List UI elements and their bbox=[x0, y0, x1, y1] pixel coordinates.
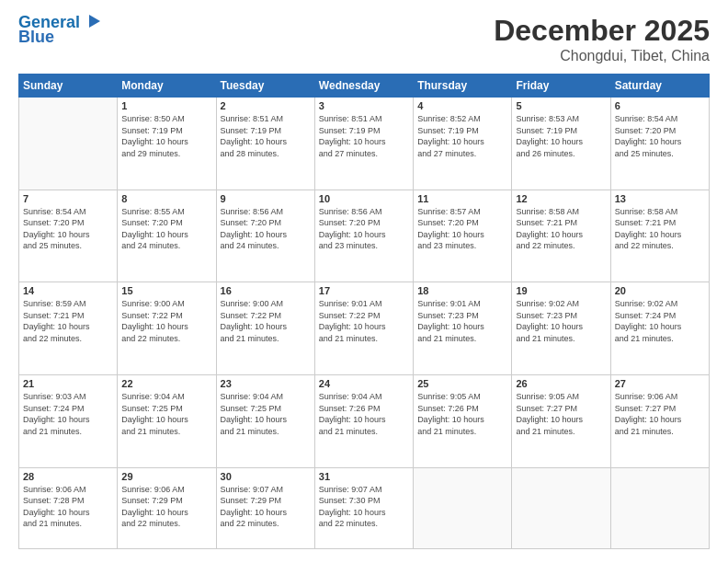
day-info: Sunrise: 9:02 AMSunset: 7:23 PMDaylight:… bbox=[516, 298, 606, 344]
day-number: 10 bbox=[319, 193, 409, 204]
table-row: 4Sunrise: 8:52 AMSunset: 7:19 PMDaylight… bbox=[414, 98, 512, 190]
table-row: 23Sunrise: 9:04 AMSunset: 7:25 PMDayligh… bbox=[216, 374, 314, 467]
location-title: Chongdui, Tibet, China bbox=[494, 48, 710, 64]
table-row: 9Sunrise: 8:56 AMSunset: 7:20 PMDaylight… bbox=[216, 190, 314, 282]
day-info: Sunrise: 9:06 AMSunset: 7:27 PMDaylight:… bbox=[615, 391, 705, 437]
day-info: Sunrise: 9:04 AMSunset: 7:25 PMDaylight:… bbox=[221, 391, 311, 437]
day-number: 14 bbox=[23, 285, 113, 296]
table-row bbox=[414, 467, 512, 548]
table-row: 5Sunrise: 8:53 AMSunset: 7:19 PMDaylight… bbox=[512, 98, 610, 190]
day-info: Sunrise: 9:01 AMSunset: 7:23 PMDaylight:… bbox=[417, 298, 507, 344]
logo-icon bbox=[82, 11, 102, 31]
table-row: 24Sunrise: 9:04 AMSunset: 7:26 PMDayligh… bbox=[314, 374, 413, 467]
day-number: 25 bbox=[417, 378, 507, 389]
table-row: 17Sunrise: 9:01 AMSunset: 7:22 PMDayligh… bbox=[314, 282, 413, 375]
day-number: 3 bbox=[319, 100, 409, 111]
svg-marker-0 bbox=[89, 15, 100, 28]
day-info: Sunrise: 8:51 AMSunset: 7:19 PMDaylight:… bbox=[221, 113, 311, 159]
day-info: Sunrise: 8:56 AMSunset: 7:20 PMDaylight:… bbox=[221, 206, 311, 252]
day-info: Sunrise: 8:54 AMSunset: 7:20 PMDaylight:… bbox=[23, 206, 113, 252]
day-info: Sunrise: 9:03 AMSunset: 7:24 PMDaylight:… bbox=[23, 391, 113, 437]
table-row: 1Sunrise: 8:50 AMSunset: 7:19 PMDaylight… bbox=[118, 98, 216, 190]
day-number: 19 bbox=[516, 285, 606, 296]
calendar-table: Sunday Monday Tuesday Wednesday Thursday… bbox=[18, 74, 710, 549]
day-number: 6 bbox=[615, 100, 705, 111]
table-row: 10Sunrise: 8:56 AMSunset: 7:20 PMDayligh… bbox=[314, 190, 413, 282]
day-info: Sunrise: 9:06 AMSunset: 7:28 PMDaylight:… bbox=[23, 484, 113, 530]
table-row: 19Sunrise: 9:02 AMSunset: 7:23 PMDayligh… bbox=[512, 282, 610, 375]
day-info: Sunrise: 8:58 AMSunset: 7:21 PMDaylight:… bbox=[516, 206, 606, 252]
table-row: 29Sunrise: 9:06 AMSunset: 7:29 PMDayligh… bbox=[118, 467, 216, 548]
day-info: Sunrise: 8:54 AMSunset: 7:20 PMDaylight:… bbox=[615, 113, 705, 159]
day-info: Sunrise: 9:01 AMSunset: 7:22 PMDaylight:… bbox=[319, 298, 409, 344]
day-number: 15 bbox=[121, 285, 211, 296]
table-row: 13Sunrise: 8:58 AMSunset: 7:21 PMDayligh… bbox=[610, 190, 709, 282]
table-row: 31Sunrise: 9:07 AMSunset: 7:30 PMDayligh… bbox=[314, 467, 413, 548]
day-info: Sunrise: 8:59 AMSunset: 7:21 PMDaylight:… bbox=[23, 298, 113, 344]
table-row: 16Sunrise: 9:00 AMSunset: 7:22 PMDayligh… bbox=[216, 282, 314, 375]
day-info: Sunrise: 8:56 AMSunset: 7:20 PMDaylight:… bbox=[319, 206, 409, 252]
day-info: Sunrise: 9:06 AMSunset: 7:29 PMDaylight:… bbox=[121, 484, 211, 530]
day-number: 9 bbox=[221, 193, 311, 204]
table-row bbox=[512, 467, 610, 548]
day-info: Sunrise: 8:53 AMSunset: 7:19 PMDaylight:… bbox=[516, 113, 606, 159]
header-thursday: Thursday bbox=[414, 75, 512, 98]
page: General Blue December 2025 Chongdui, Tib… bbox=[0, 0, 728, 563]
table-row: 28Sunrise: 9:06 AMSunset: 7:28 PMDayligh… bbox=[19, 467, 118, 548]
day-info: Sunrise: 9:05 AMSunset: 7:27 PMDaylight:… bbox=[516, 391, 606, 437]
day-info: Sunrise: 8:57 AMSunset: 7:20 PMDaylight:… bbox=[417, 206, 507, 252]
header-monday: Monday bbox=[118, 75, 216, 98]
day-number: 31 bbox=[319, 471, 409, 482]
day-info: Sunrise: 8:52 AMSunset: 7:19 PMDaylight:… bbox=[417, 113, 507, 159]
logo-text-blue: Blue bbox=[18, 29, 54, 47]
table-row: 18Sunrise: 9:01 AMSunset: 7:23 PMDayligh… bbox=[414, 282, 512, 375]
table-row: 27Sunrise: 9:06 AMSunset: 7:27 PMDayligh… bbox=[610, 374, 709, 467]
day-number: 8 bbox=[121, 193, 211, 204]
header: General Blue December 2025 Chongdui, Tib… bbox=[18, 14, 710, 64]
day-info: Sunrise: 9:04 AMSunset: 7:26 PMDaylight:… bbox=[319, 391, 409, 437]
title-block: December 2025 Chongdui, Tibet, China bbox=[494, 14, 710, 64]
day-number: 24 bbox=[319, 378, 409, 389]
table-row: 22Sunrise: 9:04 AMSunset: 7:25 PMDayligh… bbox=[118, 374, 216, 467]
header-saturday: Saturday bbox=[610, 75, 709, 98]
day-number: 13 bbox=[615, 193, 705, 204]
table-row bbox=[610, 467, 709, 548]
header-wednesday: Wednesday bbox=[314, 75, 413, 98]
table-row bbox=[19, 98, 118, 190]
day-number: 29 bbox=[121, 471, 211, 482]
day-number: 16 bbox=[221, 285, 311, 296]
table-row: 11Sunrise: 8:57 AMSunset: 7:20 PMDayligh… bbox=[414, 190, 512, 282]
table-row: 30Sunrise: 9:07 AMSunset: 7:29 PMDayligh… bbox=[216, 467, 314, 548]
calendar-header-row: Sunday Monday Tuesday Wednesday Thursday… bbox=[19, 75, 710, 98]
day-number: 28 bbox=[23, 471, 113, 482]
day-number: 7 bbox=[23, 193, 113, 204]
day-number: 17 bbox=[319, 285, 409, 296]
day-number: 23 bbox=[221, 378, 311, 389]
table-row: 8Sunrise: 8:55 AMSunset: 7:20 PMDaylight… bbox=[118, 190, 216, 282]
day-number: 22 bbox=[121, 378, 211, 389]
day-number: 27 bbox=[615, 378, 705, 389]
logo: General Blue bbox=[18, 14, 102, 47]
day-number: 1 bbox=[121, 100, 211, 111]
day-number: 21 bbox=[23, 378, 113, 389]
day-info: Sunrise: 8:55 AMSunset: 7:20 PMDaylight:… bbox=[121, 206, 211, 252]
table-row: 15Sunrise: 9:00 AMSunset: 7:22 PMDayligh… bbox=[118, 282, 216, 375]
table-row: 14Sunrise: 8:59 AMSunset: 7:21 PMDayligh… bbox=[19, 282, 118, 375]
day-info: Sunrise: 8:58 AMSunset: 7:21 PMDaylight:… bbox=[615, 206, 705, 252]
day-info: Sunrise: 9:05 AMSunset: 7:26 PMDaylight:… bbox=[417, 391, 507, 437]
day-info: Sunrise: 9:02 AMSunset: 7:24 PMDaylight:… bbox=[615, 298, 705, 344]
day-info: Sunrise: 9:04 AMSunset: 7:25 PMDaylight:… bbox=[121, 391, 211, 437]
day-info: Sunrise: 8:50 AMSunset: 7:19 PMDaylight:… bbox=[121, 113, 211, 159]
table-row: 25Sunrise: 9:05 AMSunset: 7:26 PMDayligh… bbox=[414, 374, 512, 467]
table-row: 6Sunrise: 8:54 AMSunset: 7:20 PMDaylight… bbox=[610, 98, 709, 190]
day-number: 4 bbox=[417, 100, 507, 111]
day-info: Sunrise: 9:00 AMSunset: 7:22 PMDaylight:… bbox=[221, 298, 311, 344]
month-title: December 2025 bbox=[494, 14, 710, 48]
table-row: 21Sunrise: 9:03 AMSunset: 7:24 PMDayligh… bbox=[19, 374, 118, 467]
header-tuesday: Tuesday bbox=[216, 75, 314, 98]
table-row: 2Sunrise: 8:51 AMSunset: 7:19 PMDaylight… bbox=[216, 98, 314, 190]
day-info: Sunrise: 9:07 AMSunset: 7:30 PMDaylight:… bbox=[319, 484, 409, 530]
day-number: 12 bbox=[516, 193, 606, 204]
day-number: 30 bbox=[221, 471, 311, 482]
day-number: 18 bbox=[417, 285, 507, 296]
